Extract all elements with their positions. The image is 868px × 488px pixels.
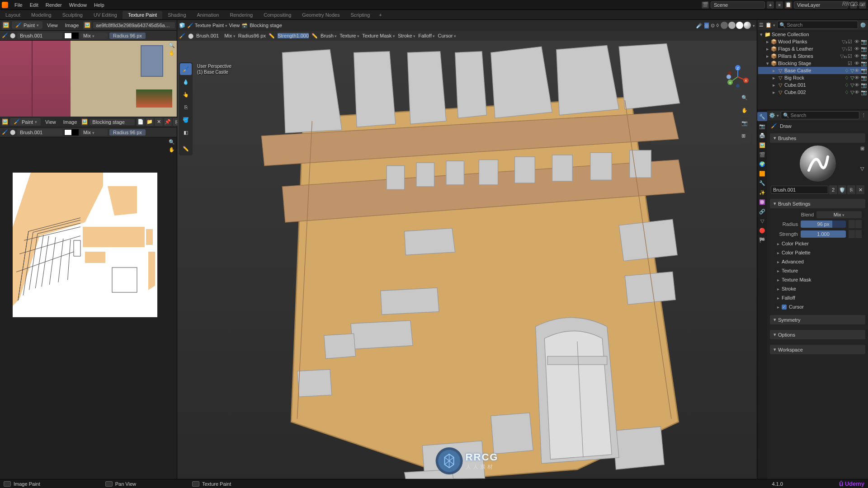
draw-tool[interactable]: 🖌️ [180, 63, 192, 75]
exclude-icon[interactable]: ☑ [847, 39, 853, 45]
menu-render[interactable]: Render [42, 1, 66, 9]
strength-unit-icon[interactable] [855, 230, 862, 238]
zoom-viewport-icon[interactable]: 🔍 [741, 95, 751, 105]
ws-tab-shading[interactable]: Shading [162, 11, 191, 19]
brush-unlink-icon[interactable]: ✕ [856, 185, 864, 194]
section-workspace[interactable]: Workspace [770, 345, 865, 354]
color-swatch-uv[interactable] [64, 129, 79, 136]
pan-viewport-icon[interactable]: ✋ [741, 108, 751, 117]
ptab-world[interactable]: 🌍 [757, 160, 767, 169]
uv-editor-type-icon[interactable]: 🖼️ [2, 118, 8, 126]
ws-tab-animation[interactable]: Animation [192, 11, 225, 19]
ptab-texture[interactable]: 🏁 [757, 235, 767, 244]
uv-viewport[interactable]: 🔍 ✋ [0, 137, 177, 479]
viewport-editor-type-icon[interactable]: 🧊 [179, 23, 185, 28]
mask-tool[interactable]: ◧ [180, 127, 192, 138]
props-options-icon[interactable]: ⋮ [861, 113, 866, 118]
ws-tab-texture-paint[interactable]: Texture Paint [123, 11, 162, 19]
scene-new-button[interactable]: + [767, 1, 774, 9]
editor-type-icon[interactable]: 🖼️ [2, 21, 10, 29]
uv-zoom-icon[interactable]: 🔍 [169, 139, 175, 145]
ws-tab-uv[interactable]: UV Editing [88, 11, 123, 19]
fill-tool[interactable]: 🪣 [180, 114, 192, 126]
ws-tab-rendering[interactable]: Rendering [224, 11, 258, 19]
uv-pin-button[interactable]: 📌 [164, 118, 172, 126]
ptab-material[interactable]: 🔴 [757, 226, 767, 235]
brush-expand-icon[interactable]: ⊞ [860, 145, 864, 151]
eye-icon[interactable]: 👁 [854, 75, 859, 81]
exclude-icon[interactable]: ☑ [847, 46, 853, 52]
ptab-mesh[interactable]: ▽ [757, 216, 767, 225]
smear-tool[interactable]: 👆 [180, 89, 192, 100]
render-icon[interactable]: 📷 [861, 46, 866, 52]
tree-wood-planks[interactable]: ▸📦 Wood Planks ▽₃ ☑👁📷 [758, 38, 867, 45]
exclude-icon[interactable]: ☑ [847, 53, 853, 59]
eye-icon[interactable]: 👁 [854, 82, 859, 88]
ptab-render[interactable]: 📷 [757, 122, 767, 131]
ptab-view[interactable]: 🖼️ [757, 141, 767, 150]
subsec-color-palette[interactable]: Color Palette [770, 248, 865, 257]
shading-options-icon[interactable] [753, 23, 755, 28]
tree-cube002[interactable]: ▸▽ Cube.002 ♢ ▽ 👁📷 [758, 89, 867, 96]
ortho-toggle-icon[interactable]: ⊞ [741, 133, 751, 143]
tree-big-rock[interactable]: ▸▽ Big Rock ♢ ▽ 👁📷 [758, 74, 867, 81]
render-icon[interactable]: 📷 [861, 75, 866, 81]
blend-mode-3d[interactable]: Mix [224, 33, 236, 38]
section-brush-settings[interactable]: Brush Settings [770, 199, 865, 208]
ptab-constraint[interactable]: 🔗 [757, 207, 767, 216]
subsec-falloff[interactable]: Falloff [770, 293, 865, 302]
props-type-icon[interactable]: ⚙️ [769, 113, 779, 118]
uv-mode-dropdown[interactable]: 🖌️ Paint [10, 118, 41, 126]
blur-tool[interactable]: 💧 [180, 76, 192, 88]
pen-pressure-icon[interactable] [849, 220, 855, 228]
tree-base-castle[interactable]: ▸▽ Base Castle ♢ ▽ 👁📷 [758, 67, 867, 74]
ws-tab-sculpting[interactable]: Sculpting [57, 11, 88, 19]
brush-users[interactable]: 2 [829, 185, 837, 194]
ws-tab-modeling[interactable]: Modeling [26, 11, 57, 19]
reference-image-viewport[interactable]: 🔍 ✋ [0, 41, 177, 117]
render-icon[interactable]: 📷 [861, 89, 866, 95]
viewport-mode-dropdown[interactable]: 🖌️ Texture Paint [187, 23, 227, 28]
xray-icon[interactable]: ◊ [717, 23, 719, 28]
selectability-icon[interactable]: ☄️ [696, 23, 703, 28]
subsec-texture[interactable]: Texture [770, 266, 865, 275]
uv-open-image-button[interactable]: 📁 [146, 118, 154, 126]
ptab-particles[interactable]: ✨ [757, 188, 767, 197]
brush-name-top[interactable]: Brush.001 [17, 33, 62, 39]
color-swatch-top[interactable] [64, 33, 79, 39]
ptab-scene[interactable]: 🎬 [757, 150, 767, 159]
image-name-field[interactable]: ae9fc8f8d3e2989a643745d56acdf195.png [93, 22, 175, 28]
outliner-filter-icon[interactable]: ⚙️ [860, 22, 866, 28]
uv-pan-icon[interactable]: ✋ [169, 147, 175, 153]
viewport-menu-view[interactable]: View [229, 23, 240, 28]
falloff-dropdown[interactable]: Falloff [418, 33, 435, 38]
strength-slider-3d[interactable]: Strength1.000 [278, 33, 309, 38]
uv-new-image-button[interactable]: 📄 [137, 118, 145, 126]
strength-field[interactable]: 1.000 [801, 230, 846, 238]
subsec-texture-mask[interactable]: Texture Mask [770, 275, 865, 284]
brush-preview[interactable] [800, 145, 836, 182]
radius-slider-3d[interactable]: Radius96 px [238, 33, 266, 38]
radius-slider-uv[interactable]: Radius96 px [109, 129, 146, 136]
brush-browse-icon[interactable]: ⬤ [10, 33, 15, 38]
gizmo-icon[interactable]: ◎ [704, 23, 709, 28]
ptab-physics[interactable]: ⚛️ [757, 197, 767, 206]
section-brushes[interactable]: Brushes [770, 133, 865, 143]
outliner-search[interactable]: 🔍Search [777, 21, 858, 29]
radius-field[interactable]: 96 px [801, 221, 846, 228]
eye-icon[interactable]: 👁 [854, 53, 859, 59]
scene-delete-button[interactable]: × [776, 1, 783, 9]
ptab-tool[interactable]: 🔧 [757, 112, 767, 121]
subsec-cursor[interactable]: ✓Cursor [770, 302, 865, 311]
ws-tab-geonodes[interactable]: Geometry Nodes [297, 11, 345, 19]
stroke-dropdown[interactable]: Stroke [398, 33, 415, 38]
menu-window[interactable]: Window [66, 1, 90, 9]
pen-pressure-strength-icon[interactable] [849, 230, 855, 238]
texture-dropdown[interactable]: Texture [340, 33, 359, 38]
tree-cube001[interactable]: ▸▽ Cube.001 ♢ ▽ 👁📷 [758, 81, 867, 89]
outliner-type-icon[interactable]: ☰ [759, 22, 764, 28]
subsec-color-picker[interactable]: Color Picker [770, 239, 865, 248]
image-mode-dropdown[interactable]: 🖌️ Paint [12, 21, 42, 29]
uv-menu-image[interactable]: Image [61, 118, 80, 126]
zoom-icon[interactable]: 🔍 [169, 42, 175, 48]
